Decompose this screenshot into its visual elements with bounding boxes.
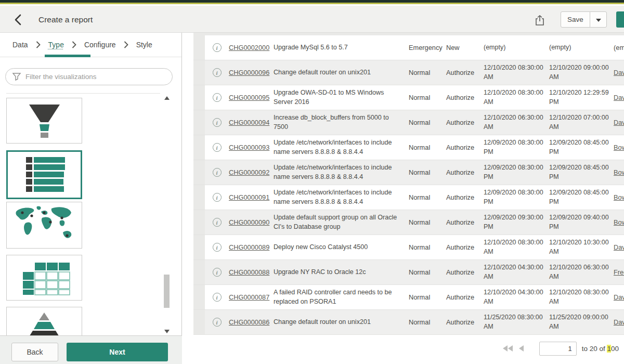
- change-number-link[interactable]: CHG0000091: [229, 193, 269, 201]
- assigned-to-link[interactable]: Bow: [614, 168, 624, 176]
- table-body: CHG0002000 Upgrade MySql 5.6 to 5.7 Emer…: [193, 35, 624, 335]
- table-row: CHG0000090 Update default support group …: [193, 210, 624, 235]
- short-description-cell: Update default support group on all Orac…: [274, 213, 405, 231]
- previous-page-button[interactable]: [519, 345, 524, 352]
- viz-thumbnail-heatmap-table[interactable]: [6, 255, 82, 301]
- assigned-to-link[interactable]: Dav: [614, 243, 624, 251]
- priority-cell: Normal: [409, 193, 446, 202]
- row-gutter: [193, 185, 205, 210]
- info-icon[interactable]: [213, 268, 222, 277]
- viz-thumbnail-funnel-chart[interactable]: [6, 98, 82, 144]
- short-description-cell: Upgrade OWA-SD-01 to MS Windows Server 2…: [274, 88, 405, 107]
- change-number-link[interactable]: CHG0000092: [229, 168, 269, 176]
- row-gutter: [193, 260, 205, 284]
- back-chevron-button[interactable]: [11, 12, 26, 27]
- change-number-link[interactable]: CHG0000093: [229, 144, 269, 151]
- change-number-link[interactable]: CHG0000090: [229, 218, 269, 226]
- assigned-to-link[interactable]: Bow: [614, 218, 624, 226]
- next-button[interactable]: Next: [67, 343, 168, 361]
- save-button[interactable]: Save: [561, 11, 590, 28]
- info-icon[interactable]: [213, 243, 222, 252]
- change-number-link[interactable]: CHG0000096: [229, 69, 269, 76]
- change-number-link[interactable]: CHG0000086: [229, 318, 269, 326]
- header-bar: Create a report Save: [0, 6, 624, 33]
- info-icon[interactable]: [213, 293, 222, 302]
- page-title: Create a report: [38, 15, 93, 24]
- filter-visualizations-input[interactable]: [5, 68, 173, 85]
- scroll-up-icon[interactable]: [164, 96, 170, 100]
- assigned-to-link: (empty): [614, 44, 624, 51]
- planned-end-date-cell: (empty): [549, 43, 610, 53]
- first-page-button[interactable]: [503, 345, 513, 352]
- priority-cell: Normal: [409, 268, 446, 277]
- left-arrow-icon: [519, 345, 524, 352]
- planned-start-date-cell: 12/10/2020 04:30:00 AM: [484, 288, 545, 306]
- assigned-to-link[interactable]: Dav: [614, 318, 624, 326]
- scroll-down-icon[interactable]: [164, 330, 170, 333]
- row-gutter: [193, 35, 205, 60]
- pagination-bar: to 20 of 100: [503, 341, 619, 356]
- assigned-to-link[interactable]: Dav: [614, 293, 624, 301]
- change-number-link[interactable]: CHG0000095: [229, 94, 269, 101]
- change-number-cell: CHG0000086: [229, 318, 272, 327]
- change-number-cell: CHG0000091: [229, 193, 272, 202]
- change-number-link[interactable]: CHG0000094: [229, 119, 269, 126]
- info-icon[interactable]: [213, 318, 222, 327]
- short-description-cell: Upgrade NY RAC to Oracle 12c: [274, 268, 405, 277]
- change-number-link[interactable]: CHG0000089: [229, 243, 269, 251]
- viz-thumbnail-pyramid-chart[interactable]: [6, 307, 82, 335]
- viz-thumbnail-list[interactable]: [6, 150, 82, 199]
- run-button-partial[interactable]: [616, 11, 624, 28]
- assigned-to-link[interactable]: Bow: [614, 144, 624, 151]
- info-icon[interactable]: [213, 118, 222, 127]
- save-dropdown-button[interactable]: [590, 11, 607, 28]
- assigned-to-cell: Dav: [614, 68, 624, 77]
- assigned-to-link[interactable]: Dav: [614, 69, 624, 76]
- change-number-link[interactable]: CHG0000087: [229, 293, 269, 301]
- row-info-cell: [205, 218, 229, 227]
- funnel-chart-icon: [8, 99, 81, 142]
- page-number-input[interactable]: [539, 342, 577, 356]
- row-gutter: [193, 135, 205, 160]
- back-button[interactable]: Back: [11, 343, 58, 361]
- double-left-arrow-icon: [508, 345, 513, 352]
- info-icon[interactable]: [213, 68, 222, 77]
- assigned-to-link[interactable]: Fred: [614, 268, 624, 276]
- planned-end-date-cell: 12/10/2020 10:30:00 AM: [549, 238, 610, 256]
- funnel-filter-icon: [12, 72, 21, 81]
- viz-scrollbar[interactable]: [163, 95, 171, 334]
- info-icon[interactable]: [213, 143, 222, 152]
- wizard-step-configure[interactable]: Configure: [84, 41, 116, 49]
- info-icon[interactable]: [213, 218, 222, 227]
- viz-thumbnail-world-map[interactable]: [6, 202, 82, 249]
- priority-cell: Normal: [409, 93, 446, 102]
- change-number-cell: CHG0000093: [229, 143, 272, 152]
- assigned-to-link[interactable]: Bow: [614, 193, 624, 201]
- wizard-step-type[interactable]: Type: [48, 41, 64, 49]
- pagination-range-label: to 20 of 100: [582, 345, 619, 353]
- info-icon[interactable]: [213, 168, 222, 177]
- assigned-to-cell: (empty): [614, 43, 624, 53]
- wizard-step-style[interactable]: Style: [136, 41, 152, 49]
- filter-field-wrap: [5, 68, 173, 85]
- change-number-link[interactable]: CHG0000088: [229, 268, 269, 276]
- planned-start-date-cell: 11/25/2020 08:30:00 AM: [484, 313, 545, 331]
- planned-start-date-cell: 12/09/2020 08:30:00 PM: [484, 138, 545, 157]
- assigned-to-link[interactable]: Dav: [614, 119, 624, 126]
- change-records-table: CHG0002000 Upgrade MySql 5.6 to 5.7 Emer…: [183, 33, 624, 364]
- left-panel: Data Type Configure Style: [0, 33, 182, 364]
- change-number-link[interactable]: CHG0002000: [229, 44, 269, 51]
- info-icon[interactable]: [213, 43, 222, 52]
- share-button[interactable]: [534, 14, 547, 27]
- wizard-step-data[interactable]: Data: [12, 41, 28, 49]
- row-gutter: [193, 160, 205, 185]
- share-export-icon: [534, 14, 547, 27]
- table-row: CHG0000096 Change default router on unix…: [193, 60, 624, 85]
- planned-start-date-cell: 12/10/2020 08:30:00 AM: [484, 238, 545, 256]
- info-icon[interactable]: [213, 193, 222, 202]
- info-icon[interactable]: [213, 93, 222, 102]
- assigned-to-link[interactable]: Dav: [614, 94, 624, 101]
- visualization-list: [0, 94, 181, 335]
- scrollbar-thumb[interactable]: [164, 275, 170, 308]
- change-number-cell: CHG0000087: [229, 293, 272, 302]
